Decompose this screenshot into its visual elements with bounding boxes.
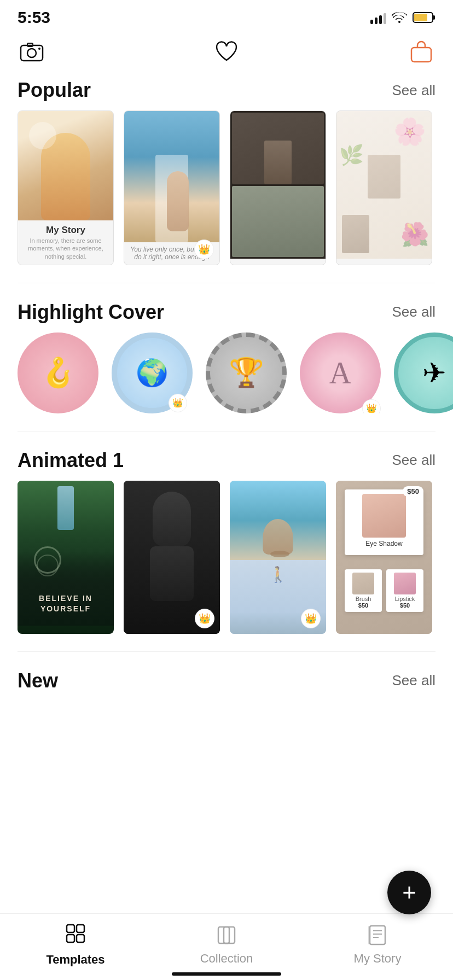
nav-collection[interactable]: Collection xyxy=(188,924,265,966)
animated1-scroll-row: BELIEVE IN YOURSELF 👑 🚶 xyxy=(0,481,453,634)
header xyxy=(0,31,453,74)
highlight-cover-1[interactable]: 🪝 xyxy=(18,332,98,413)
popular-card-4[interactable]: 🌸 🌿 🌺 xyxy=(336,110,432,265)
card-1-title: My Story xyxy=(22,225,109,236)
svg-rect-9 xyxy=(77,925,84,932)
animated-card-1-text: BELIEVE IN YOURSELF xyxy=(22,593,109,615)
signal-bars-icon xyxy=(370,11,386,24)
mystory-icon xyxy=(367,924,388,948)
highlight-cover-4[interactable]: A 👑 xyxy=(300,332,381,413)
svg-point-4 xyxy=(27,49,36,57)
shopping-bag-icon[interactable] xyxy=(407,37,435,66)
highlight-section-header: Highlight Cover See all xyxy=(0,296,453,332)
main-content: 5:53 xyxy=(0,0,453,806)
templates-icon xyxy=(65,923,86,949)
animated-card-2[interactable]: 👑 xyxy=(124,481,220,634)
divider-1 xyxy=(18,283,435,283)
highlight-section: Highlight Cover See all 🪝 🌍 👑 🏆 A 👑 xyxy=(0,296,453,413)
new-section: New See all xyxy=(0,665,453,701)
new-section-header: New See all xyxy=(0,665,453,701)
card-2-crown: 👑 xyxy=(194,240,214,259)
svg-rect-8 xyxy=(67,925,74,932)
animated-card-1[interactable]: BELIEVE IN YOURSELF xyxy=(18,481,114,634)
animated1-see-all[interactable]: See all xyxy=(392,452,436,469)
svg-rect-7 xyxy=(411,48,431,62)
highlight-see-all[interactable]: See all xyxy=(392,304,436,320)
popular-section: Popular See all My Story In memory, ther… xyxy=(0,74,453,265)
card-1-caption: My Story In memory, there are some momen… xyxy=(18,220,113,265)
svg-rect-10 xyxy=(67,935,74,942)
nav-mystory[interactable]: My Story xyxy=(339,924,416,966)
status-bar: 5:53 xyxy=(0,0,453,31)
highlight-scroll-row: 🪝 🌍 👑 🏆 A 👑 ✈ xyxy=(0,332,453,413)
highlight-cover-3[interactable]: 🏆 xyxy=(206,332,287,413)
camera-icon[interactable] xyxy=(18,37,46,66)
card-1-subtitle: In memory, there are some moments, when … xyxy=(22,237,109,260)
popular-title: Popular xyxy=(18,79,91,102)
nav-collection-label: Collection xyxy=(200,952,253,966)
animated-card-4[interactable]: Eye Shadow $50 Brush $50 Lipstick $50 xyxy=(336,481,432,634)
popular-card-1[interactable]: My Story In memory, there are some momen… xyxy=(18,110,114,265)
animated1-section-header: Animated 1 See all xyxy=(0,445,453,481)
highlight-cover-2[interactable]: 🌍 👑 xyxy=(112,332,193,413)
popular-scroll-row: My Story In memory, there are some momen… xyxy=(0,110,453,265)
status-icons xyxy=(370,11,435,24)
nav-mystory-label: My Story xyxy=(354,952,402,966)
battery-icon xyxy=(413,11,435,24)
nav-templates-label: Templates xyxy=(46,953,104,967)
new-see-all[interactable]: See all xyxy=(392,672,436,689)
popular-see-all[interactable]: See all xyxy=(392,82,436,99)
svg-rect-18 xyxy=(368,926,370,944)
svg-rect-2 xyxy=(414,14,427,21)
cover-2-crown: 👑 xyxy=(169,394,187,412)
highlight-cover-5[interactable]: ✈ xyxy=(394,332,453,413)
popular-card-2[interactable]: You live only once, but if you do it rig… xyxy=(124,110,220,265)
popular-section-header: Popular See all xyxy=(0,74,453,110)
svg-rect-11 xyxy=(77,935,84,942)
wifi-icon xyxy=(392,12,407,23)
popular-card-3[interactable] xyxy=(230,110,326,265)
new-title: New xyxy=(18,669,58,692)
animated1-section: Animated 1 See all BELIEVE IN YOURSELF xyxy=(0,445,453,634)
divider-2 xyxy=(18,431,435,431)
animated1-title: Animated 1 xyxy=(18,449,124,472)
divider-3 xyxy=(18,651,435,652)
highlight-title: Highlight Cover xyxy=(18,301,164,324)
home-indicator xyxy=(172,972,281,976)
cover-4-crown: 👑 xyxy=(362,399,381,413)
favorites-heart-icon[interactable] xyxy=(212,37,241,66)
bottom-nav: Templates Collection My Story xyxy=(0,913,453,980)
svg-rect-1 xyxy=(433,15,435,20)
status-time: 5:53 xyxy=(18,8,50,27)
animated-card-3-crown: 👑 xyxy=(301,609,321,628)
nav-templates[interactable]: Templates xyxy=(37,923,114,967)
animated-card-2-crown: 👑 xyxy=(195,609,214,628)
svg-point-6 xyxy=(38,48,40,50)
fab-button[interactable]: + xyxy=(387,871,431,914)
svg-rect-14 xyxy=(370,926,385,944)
animated-card-3[interactable]: 🚶 👑 xyxy=(230,481,326,634)
collection-icon xyxy=(216,924,237,948)
